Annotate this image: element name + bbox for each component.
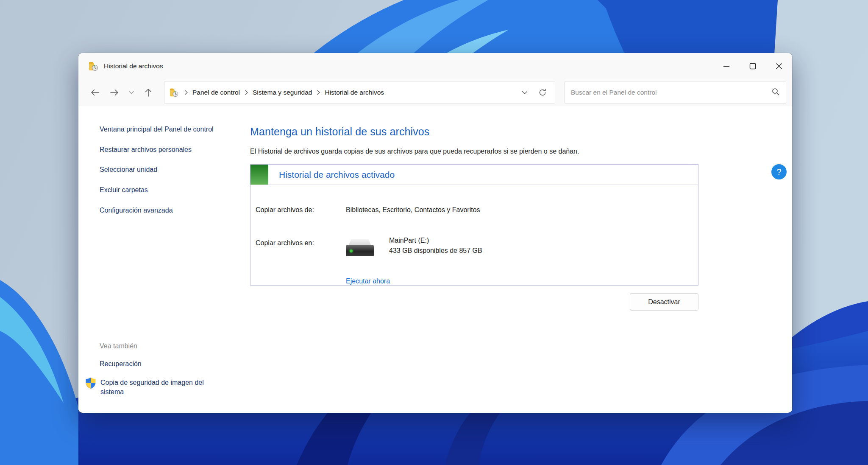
address-bar[interactable]: Panel de control Sistema y seguridad His… bbox=[164, 81, 555, 104]
sidebar-item-copia-seguridad-row: Copia de seguridad de imagen del sistema bbox=[85, 378, 231, 397]
recent-locations-button[interactable] bbox=[124, 83, 139, 102]
status-on-indicator bbox=[250, 165, 268, 185]
run-now-link[interactable]: Ejecutar ahora bbox=[346, 277, 390, 285]
folder-history-icon bbox=[170, 88, 180, 97]
breadcrumb-item-panel-de-control[interactable]: Panel de control bbox=[189, 86, 243, 99]
status-panel-body: Copiar archivos de: Bibliotecas, Escrito… bbox=[250, 185, 698, 285]
copy-from-label: Copiar archivos de: bbox=[256, 206, 346, 214]
arrow-right-icon bbox=[110, 88, 119, 97]
copy-to-label: Copiar archivos en: bbox=[256, 239, 346, 259]
breadcrumb-item-historial-de-archivos[interactable]: Historial de archivos bbox=[321, 86, 387, 99]
close-icon bbox=[776, 63, 782, 70]
refresh-button[interactable] bbox=[534, 84, 551, 101]
navigation-toolbar: Panel de control Sistema y seguridad His… bbox=[78, 79, 792, 106]
see-also-section: Vea también Recuperación Copia de seguri… bbox=[78, 342, 231, 397]
minimize-button[interactable] bbox=[713, 53, 740, 79]
control-panel-window: Historial de archivos bbox=[78, 53, 792, 413]
status-header: Historial de archivos activado bbox=[250, 165, 698, 185]
sidebar-item-ventana-principal[interactable]: Ventana principal del Panel de control bbox=[100, 125, 227, 134]
breadcrumb-item-sistema-y-seguridad[interactable]: Sistema y seguridad bbox=[249, 86, 315, 99]
chevron-down-icon bbox=[521, 89, 528, 96]
copy-from-value: Bibliotecas, Escritorio, Contactos y Fav… bbox=[346, 206, 480, 214]
drive-activity-led bbox=[350, 249, 353, 252]
search-input[interactable] bbox=[571, 89, 771, 96]
sidebar-item-copia-seguridad[interactable]: Copia de seguridad de imagen del sistema bbox=[100, 378, 204, 397]
address-dropdown-button[interactable] bbox=[516, 84, 534, 101]
refresh-icon bbox=[538, 88, 547, 97]
search-box bbox=[565, 81, 786, 104]
magnifier-icon[interactable] bbox=[771, 87, 780, 98]
drive-free-space: 433 GB disponibles de 857 GB bbox=[389, 247, 482, 255]
close-button[interactable] bbox=[766, 53, 792, 79]
sidebar-item-recuperacion[interactable]: Recuperación bbox=[100, 360, 231, 368]
titlebar-left: Historial de archivos bbox=[89, 61, 163, 71]
window-content: Ventana principal del Panel de control R… bbox=[78, 106, 792, 412]
forward-button[interactable] bbox=[105, 83, 124, 102]
chevron-right-icon bbox=[183, 90, 189, 95]
file-history-status-panel: Historial de archivos activado Copiar ar… bbox=[250, 164, 698, 286]
actions-row: Desactivar bbox=[250, 293, 698, 311]
back-button[interactable] bbox=[85, 83, 105, 102]
arrow-left-icon bbox=[90, 88, 100, 97]
hard-drive-icon bbox=[346, 239, 374, 259]
chevron-down-icon bbox=[128, 90, 134, 95]
drive-name: MainPart (E:) bbox=[389, 237, 482, 244]
copy-to-row: Copiar archivos en: MainPart (E:) 433 GB… bbox=[256, 239, 698, 259]
up-button[interactable] bbox=[139, 83, 158, 102]
chevron-right-icon bbox=[243, 90, 249, 95]
sidebar: Ventana principal del Panel de control R… bbox=[78, 106, 250, 412]
page-description: El Historial de archivos guarda copias d… bbox=[250, 148, 776, 155]
window-controls bbox=[713, 53, 792, 79]
sidebar-item-excluir-carpetas[interactable]: Excluir carpetas bbox=[100, 185, 227, 195]
window-title: Historial de archivos bbox=[104, 62, 163, 70]
maximize-button[interactable] bbox=[740, 53, 766, 79]
question-mark-icon: ? bbox=[776, 167, 781, 177]
chevron-right-icon bbox=[315, 90, 321, 95]
main-panel: Mantenga un historial de sus archivos El… bbox=[250, 106, 792, 412]
sidebar-item-restaurar-archivos[interactable]: Restaurar archivos personales bbox=[100, 145, 227, 155]
sidebar-item-seleccionar-unidad[interactable]: Seleccionar unidad bbox=[100, 165, 227, 175]
help-button[interactable]: ? bbox=[771, 164, 787, 179]
arrow-up-icon bbox=[144, 88, 153, 97]
drive-info: MainPart (E:) 433 GB disponibles de 857 … bbox=[389, 237, 482, 259]
disable-button[interactable]: Desactivar bbox=[630, 293, 698, 311]
uac-shield-icon bbox=[85, 377, 96, 389]
folder-history-icon bbox=[89, 61, 100, 71]
status-label: Historial de archivos activado bbox=[279, 170, 395, 180]
page-title: Mantenga un historial de sus archivos bbox=[250, 126, 776, 138]
copy-from-row: Copiar archivos de: Bibliotecas, Escrito… bbox=[256, 206, 698, 214]
target-drive-block: MainPart (E:) 433 GB disponibles de 857 … bbox=[346, 237, 482, 259]
maximize-icon bbox=[749, 63, 756, 70]
minimize-icon bbox=[723, 63, 730, 70]
see-also-header: Vea también bbox=[100, 342, 231, 350]
sidebar-item-configuracion-avanzada[interactable]: Configuración avanzada bbox=[100, 206, 227, 216]
titlebar: Historial de archivos bbox=[78, 53, 792, 79]
